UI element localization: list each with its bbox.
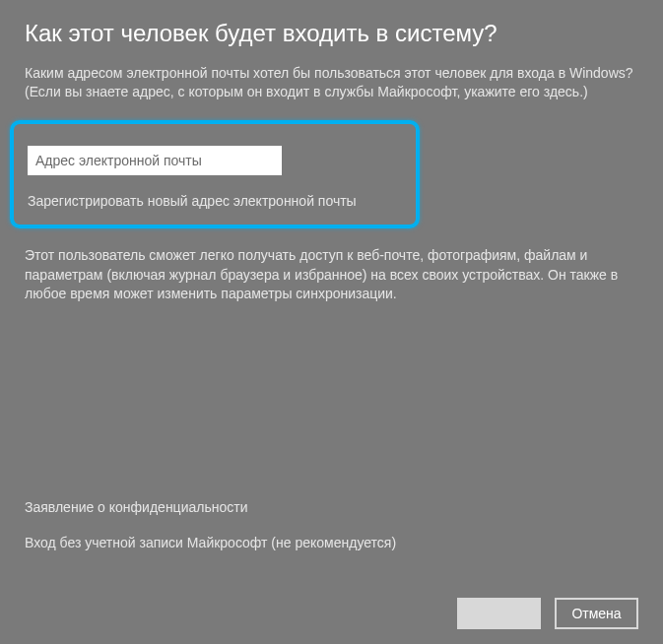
- no-msaccount-link[interactable]: Вход без учетной записи Майкрософт (не р…: [25, 535, 396, 550]
- privacy-link[interactable]: Заявление о конфиденциальности: [25, 499, 396, 515]
- bottom-links-section: Заявление о конфиденциальности Вход без …: [25, 499, 396, 550]
- page-title: Как этот человек будет входить в систему…: [25, 20, 638, 48]
- email-section-highlight: Зарегистрировать новый адрес электронной…: [10, 120, 420, 228]
- button-bar: Отмена: [457, 598, 638, 629]
- description-text: Этот пользователь сможет легко получать …: [25, 246, 638, 304]
- cancel-button[interactable]: Отмена: [555, 598, 638, 629]
- next-button[interactable]: [457, 598, 541, 629]
- email-input[interactable]: [28, 146, 282, 175]
- register-email-link[interactable]: Зарегистрировать новый адрес электронной…: [28, 193, 402, 209]
- intro-text: Каким адресом электронной почты хотел бы…: [25, 64, 638, 102]
